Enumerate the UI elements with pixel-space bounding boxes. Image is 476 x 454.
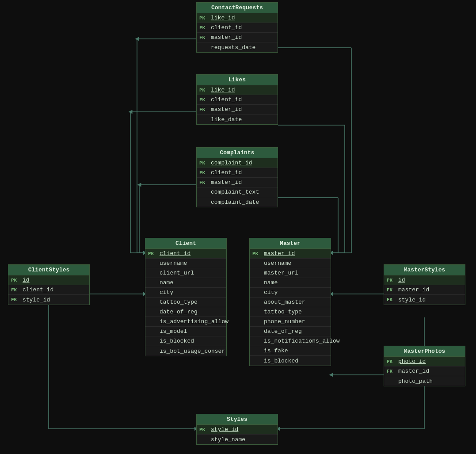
table-masterStyles: MasterStylesPKidFKmaster_idFKstyle_id xyxy=(384,264,465,305)
table-row-styles-0: PKstyle_id xyxy=(197,425,278,435)
table-row-client-2: client_url xyxy=(145,268,226,278)
table-row-master-6: tattoo_type xyxy=(250,307,331,317)
table-row-complaints-0: PKcomplaint_id xyxy=(197,158,278,168)
field-name-client-6: date_of_reg xyxy=(158,309,198,315)
table-row-master-2: master_url xyxy=(250,268,331,278)
key-label-complaints-1: FK xyxy=(199,170,209,175)
table-row-client-5: tattoo_type xyxy=(145,298,226,307)
table-row-clientStyles-2: FKstyle_id xyxy=(8,295,89,305)
table-row-client-10: is_bot_usage_conser xyxy=(145,346,226,356)
field-name-client-0: client_id xyxy=(158,250,190,257)
field-name-masterPhotos-0: photo_id xyxy=(396,358,426,365)
field-name-client-4: city xyxy=(158,289,173,296)
table-row-client-0: PKclient_id xyxy=(145,249,226,259)
field-name-complaints-3: complaint_text xyxy=(209,189,259,195)
key-label-client-0: PK xyxy=(148,251,158,256)
field-name-likes-3: like_date xyxy=(209,116,242,123)
field-name-complaints-0: complaint_id xyxy=(209,160,252,166)
table-row-master-5: about_master xyxy=(250,298,331,307)
key-label-contactRequests-1: FK xyxy=(199,25,209,31)
field-name-masterStyles-1: master_id xyxy=(396,286,429,293)
table-row-client-8: is_model xyxy=(145,327,226,336)
field-name-client-1: username xyxy=(158,260,187,267)
field-name-master-5: about_master xyxy=(262,299,305,305)
table-row-master-9: is_notifications_allow xyxy=(250,336,331,346)
field-name-contactRequests-2: master_id xyxy=(209,34,242,41)
field-name-master-8: date_of_reg xyxy=(262,328,302,335)
table-client: ClientPKclient_idusernameclient_urlnamec… xyxy=(145,238,227,356)
table-row-client-6: date_of_reg xyxy=(145,307,226,317)
table-row-clientStyles-1: FKclient_id xyxy=(8,285,89,295)
table-row-client-9: is_blocked xyxy=(145,336,226,346)
table-header-contactRequests: ContactRequests xyxy=(197,3,278,13)
table-row-masterPhotos-1: FKmaster_id xyxy=(384,366,465,376)
table-header-complaints: Complaints xyxy=(197,148,278,158)
table-row-contactRequests-0: PKlike_id xyxy=(197,13,278,23)
diagram-container: ContactRequestsPKlike_idFKclient_idFKmas… xyxy=(0,0,476,454)
key-label-masterPhotos-1: FK xyxy=(387,369,396,374)
field-name-master-7: phone_number xyxy=(262,318,305,325)
field-name-likes-0: like_id xyxy=(209,87,235,93)
key-label-clientStyles-2: FK xyxy=(11,297,21,302)
table-row-client-4: city xyxy=(145,288,226,298)
field-name-master-1: username xyxy=(262,260,291,267)
table-masterPhotos: MasterPhotosPKphoto_idFKmaster_idphoto_p… xyxy=(384,346,465,386)
table-clientStyles: ClientStylesPKidFKclient_idFKstyle_id xyxy=(8,264,90,305)
field-name-master-2: master_url xyxy=(262,270,298,276)
field-name-client-9: is_blocked xyxy=(158,338,194,344)
table-master: MasterPKmaster_idusernamemaster_urlnamec… xyxy=(249,238,331,366)
table-row-client-3: name xyxy=(145,278,226,288)
table-row-master-1: username xyxy=(250,259,331,268)
table-row-complaints-4: complaint_date xyxy=(197,197,278,207)
table-row-master-0: PKmaster_id xyxy=(250,249,331,259)
field-name-client-10: is_bot_usage_conser xyxy=(158,348,225,355)
key-label-masterStyles-2: FK xyxy=(387,297,396,302)
field-name-contactRequests-0: like_id xyxy=(209,15,235,21)
key-label-masterPhotos-0: PK xyxy=(387,359,396,364)
key-label-likes-0: PK xyxy=(199,88,209,93)
table-complaints: ComplaintsPKcomplaint_idFKclient_idFKmas… xyxy=(196,147,278,207)
key-label-likes-2: FK xyxy=(199,107,209,112)
table-row-master-11: is_blocked xyxy=(250,356,331,366)
table-header-likes: Likes xyxy=(197,75,278,85)
key-label-clientStyles-0: PK xyxy=(11,278,21,283)
field-name-client-5: tattoo_type xyxy=(158,299,198,305)
field-name-styles-1: style_name xyxy=(209,436,245,443)
table-row-likes-3: like_date xyxy=(197,114,278,124)
table-row-clientStyles-0: PKid xyxy=(8,275,89,285)
table-row-likes-2: FKmaster_id xyxy=(197,105,278,114)
key-label-styles-0: PK xyxy=(199,427,209,432)
field-name-clientStyles-1: client_id xyxy=(21,286,53,293)
table-row-masterStyles-0: PKid xyxy=(384,275,465,285)
table-row-complaints-3: complaint_text xyxy=(197,187,278,197)
field-name-styles-0: style_id xyxy=(209,426,238,433)
field-name-master-3: name xyxy=(262,279,278,286)
field-name-masterPhotos-2: photo_path xyxy=(396,378,433,385)
field-name-master-9: is_notifications_allow xyxy=(262,338,340,344)
table-header-clientStyles: ClientStyles xyxy=(8,265,89,275)
field-name-masterPhotos-1: master_id xyxy=(396,368,429,374)
key-label-contactRequests-0: PK xyxy=(199,15,209,21)
key-label-masterStyles-1: FK xyxy=(387,287,396,293)
field-name-likes-1: client_id xyxy=(209,96,242,103)
table-row-master-3: name xyxy=(250,278,331,288)
table-header-styles: Styles xyxy=(197,414,278,425)
field-name-contactRequests-1: client_id xyxy=(209,24,242,31)
field-name-likes-2: master_id xyxy=(209,106,242,113)
table-row-masterPhotos-0: PKphoto_id xyxy=(384,357,465,366)
key-label-contactRequests-2: FK xyxy=(199,35,209,40)
field-name-clientStyles-0: id xyxy=(21,277,30,283)
key-label-clientStyles-1: FK xyxy=(11,287,21,293)
table-row-masterPhotos-2: photo_path xyxy=(384,376,465,386)
table-row-contactRequests-3: requests_date xyxy=(197,42,278,52)
table-header-client: Client xyxy=(145,238,226,249)
field-name-masterStyles-0: id xyxy=(396,277,405,283)
table-row-contactRequests-1: FKclient_id xyxy=(197,23,278,33)
field-name-complaints-4: complaint_date xyxy=(209,199,259,206)
table-row-styles-1: style_name xyxy=(197,435,278,444)
field-name-masterStyles-2: style_id xyxy=(396,297,426,303)
table-likes: LikesPKlike_idFKclient_idFKmaster_idlike… xyxy=(196,74,278,125)
field-name-master-6: tattoo_type xyxy=(262,309,302,315)
table-header-masterPhotos: MasterPhotos xyxy=(384,346,465,357)
table-row-master-8: date_of_reg xyxy=(250,327,331,336)
